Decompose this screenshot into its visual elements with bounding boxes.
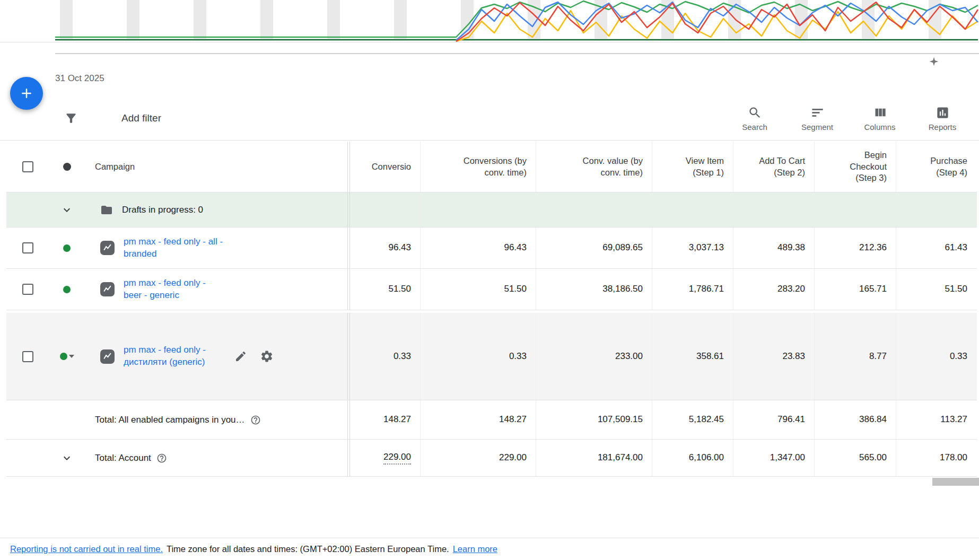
- column-header-label: Conversions (by conv. time): [464, 155, 527, 178]
- add-filter-button[interactable]: Add filter: [64, 111, 161, 125]
- status-dot-enabled[interactable]: [63, 244, 71, 252]
- row-checkbox[interactable]: [22, 284, 33, 295]
- metric-cell: 233.00: [536, 313, 652, 400]
- header-status-cell: [49, 142, 85, 192]
- campaign-link[interactable]: pm max - feed only - beer - generic: [124, 277, 206, 302]
- metric-cell: 0.33: [420, 313, 536, 400]
- metric-value: 107,509.15: [598, 414, 643, 425]
- campaign-link[interactable]: pm max - feed only - all - branded: [124, 236, 223, 260]
- columns-label: Columns: [864, 122, 895, 132]
- drafts-row: Drafts in progress: 0: [6, 192, 977, 228]
- help-icon[interactable]: [156, 453, 167, 463]
- metric-cell: 178.00: [896, 440, 976, 476]
- metric-cell: 8.77: [814, 313, 896, 400]
- page-footer: Reporting is not carried out in real tim…: [0, 538, 979, 560]
- metrics-pane: 0.33 0.33 233.00 358.61 23.83 8.77 0.33: [349, 313, 977, 400]
- metric-value: 148.27: [383, 414, 411, 425]
- metric-cell: 23.83: [733, 313, 814, 400]
- status-dot-enabled[interactable]: [63, 286, 71, 293]
- metric-cell: 796.41: [733, 400, 814, 439]
- campaign-row: pm max - feed only - beer - generic 51.5…: [6, 269, 977, 310]
- reporting-delay-link[interactable]: Reporting is not carried out in real tim…: [10, 544, 163, 554]
- metric-value: 1,786.71: [689, 283, 724, 295]
- total-label: Total: Account: [85, 453, 151, 463]
- help-icon[interactable]: [250, 415, 261, 425]
- column-header-conversions[interactable]: Conversio: [350, 142, 420, 192]
- expand-chart-icon[interactable]: [929, 56, 939, 67]
- campaign-row: pm max - feed only - all - branded 96.43…: [6, 228, 977, 269]
- chart-scrollbar[interactable]: [55, 53, 979, 54]
- metric-cell: 165.71: [814, 269, 896, 310]
- chevron-down-icon[interactable]: [60, 204, 73, 216]
- expander-cell: [49, 440, 85, 476]
- column-header-label: Begin Checkout (Step 3): [850, 150, 887, 183]
- status-cell: [49, 313, 85, 400]
- metric-cell: 38,186.50: [536, 269, 652, 310]
- campaign-cell: pm max - feed only - all - branded: [85, 228, 348, 268]
- row-checkbox[interactable]: [22, 242, 33, 253]
- column-header-label: Conv. value (by conv. time): [583, 155, 643, 178]
- folder-icon: [100, 204, 113, 216]
- metrics-pane: 148.27 148.27 107,509.15 5,182.45 796.41…: [349, 400, 977, 439]
- metrics-pane: 51.50 51.50 38,186.50 1,786.71 283.20 16…: [349, 269, 977, 310]
- learn-more-link[interactable]: Learn more: [453, 544, 497, 554]
- edit-pencil-icon[interactable]: [234, 350, 247, 363]
- column-header-conv-value-by-time[interactable]: Conv. value (by conv. time): [536, 142, 652, 192]
- metric-cell: [652, 192, 733, 227]
- timezone-text: Time zone for all dates and times: (GMT+…: [167, 544, 449, 554]
- column-header-purchase[interactable]: Purchase (Step 4): [896, 142, 976, 192]
- metric-value: 181,674.00: [598, 452, 643, 463]
- chevron-down-icon[interactable]: [60, 452, 73, 465]
- campaign-link[interactable]: pm max - feed only - дистиляти (generic): [124, 344, 206, 369]
- metric-value: 23.83: [782, 351, 805, 362]
- expander-cell: [49, 192, 85, 227]
- total-label: Total: All enabled campaigns in you…: [85, 415, 245, 425]
- metric-value-adjusted: 229.00: [383, 451, 411, 465]
- add-campaign-button[interactable]: [10, 77, 43, 110]
- metric-cell: 61.43: [896, 228, 976, 268]
- search-button[interactable]: Search: [723, 106, 786, 132]
- table-header-row: Campaign Conversio Conversions (by conv.…: [6, 142, 977, 192]
- metric-cell: 107,509.15: [536, 400, 652, 439]
- metric-cell: 0.33: [896, 313, 976, 400]
- settings-gear-icon[interactable]: [260, 349, 274, 363]
- metric-value: 0.33: [394, 351, 411, 362]
- column-header-add-to-cart[interactable]: Add To Cart (Step 2): [733, 142, 814, 192]
- metric-cell: 51.50: [896, 269, 976, 310]
- segment-button[interactable]: Segment: [786, 106, 849, 132]
- plus-icon: [19, 85, 34, 101]
- row-checkbox[interactable]: [22, 351, 33, 362]
- metric-cell: 96.43: [420, 228, 536, 268]
- reports-button[interactable]: Reports: [911, 106, 974, 132]
- status-dot-enabled[interactable]: [60, 353, 67, 360]
- columns-button[interactable]: Columns: [849, 106, 911, 132]
- metrics-pane: 229.00 229.00 181,674.00 6,106.00 1,347.…: [349, 440, 977, 476]
- add-filter-label: Add filter: [121, 112, 161, 124]
- horizontal-scrollbar-thumb[interactable]: [932, 478, 979, 486]
- select-all-checkbox[interactable]: [22, 161, 33, 172]
- metric-cell: 113.27: [896, 400, 976, 439]
- column-header-campaign[interactable]: Campaign: [85, 142, 348, 192]
- column-header-label: Conversio: [372, 161, 411, 172]
- metric-value: 3,037.13: [689, 242, 724, 253]
- campaign-type-icon: [100, 241, 115, 255]
- status-caret-icon[interactable]: [69, 355, 74, 358]
- metric-value: 51.50: [945, 283, 967, 295]
- campaign-cell: pm max - feed only - дистиляти (generic): [85, 313, 348, 400]
- metric-cell: [350, 192, 420, 227]
- total-label-cell: Total: All enabled campaigns in you…: [85, 400, 348, 439]
- metric-cell: 3,037.13: [652, 228, 733, 268]
- performance-chart: [0, 0, 979, 42]
- status-cell: [49, 400, 85, 439]
- metric-value: 796.41: [777, 414, 805, 425]
- metric-value: 0.33: [509, 351, 527, 362]
- metric-value: 69,089.65: [602, 242, 643, 253]
- metric-value: 386.84: [859, 414, 887, 425]
- metric-cell: 148.27: [350, 400, 420, 439]
- column-header-conversions-by-time[interactable]: Conversions (by conv. time): [420, 142, 536, 192]
- metric-value: 229.00: [499, 452, 527, 463]
- metric-value: 51.50: [504, 283, 527, 295]
- checkbox-cell: [6, 313, 49, 400]
- column-header-view-item[interactable]: View Item (Step 1): [652, 142, 733, 192]
- column-header-begin-checkout[interactable]: Begin Checkout (Step 3): [814, 142, 896, 192]
